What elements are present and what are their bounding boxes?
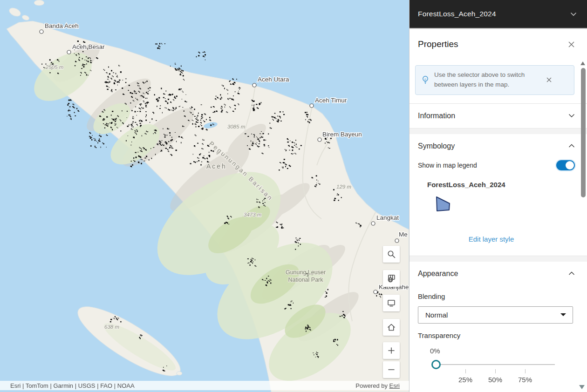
slider-tick-label: 75% bbox=[518, 376, 532, 384]
slider-tick bbox=[465, 369, 466, 373]
attribution-bar: Esri | TomTom | Garmin | USGS | FAO | NO… bbox=[0, 381, 409, 390]
map-label-park-line2: National Park bbox=[288, 277, 323, 283]
scrollbar-thumb[interactable] bbox=[581, 68, 586, 197]
section-divider bbox=[410, 128, 587, 134]
svg-text:3473 m: 3473 m bbox=[244, 212, 262, 217]
slider-tick-label: 25% bbox=[458, 376, 472, 384]
section-appearance[interactable]: Appearance bbox=[410, 262, 587, 286]
close-icon bbox=[546, 77, 552, 83]
home-icon bbox=[386, 322, 396, 332]
powered-by: Powered by Esri bbox=[355, 382, 400, 389]
slider-tick-label: 50% bbox=[488, 376, 502, 384]
slider-handle[interactable] bbox=[431, 360, 441, 369]
chevron-down-icon bbox=[568, 114, 575, 118]
blending-select[interactable]: Normal bbox=[418, 306, 573, 324]
map-label-park-line1: Gunung Leuser bbox=[286, 269, 326, 276]
section-symbology[interactable]: Symbology bbox=[410, 134, 587, 158]
transparency-slider: 0% 25% 50% 75% bbox=[410, 341, 587, 392]
attribution-sources: Esri | TomTom | Garmin | USGS | FAO | NO… bbox=[10, 382, 135, 389]
hint-callout: Use the selector above to switch between… bbox=[415, 65, 574, 95]
svg-text:Banda Aceh: Banda Aceh bbox=[45, 22, 79, 29]
properties-panel: ForestLoss_Aceh_2024 Properties Use the … bbox=[409, 0, 587, 392]
transparency-value: 0% bbox=[430, 347, 440, 355]
transparency-label: Transparency bbox=[418, 331, 587, 339]
window-button[interactable] bbox=[383, 295, 400, 311]
zoom-out-button[interactable] bbox=[383, 361, 400, 378]
section-information[interactable]: Information bbox=[410, 103, 587, 128]
show-legend-row: Show in map legend bbox=[410, 158, 587, 170]
map-area: Pegunungan Barisan Aceh Gunung Leuser Na… bbox=[0, 0, 409, 392]
close-panel-button[interactable] bbox=[567, 40, 576, 49]
close-icon bbox=[568, 41, 575, 48]
blending-label: Blending bbox=[418, 292, 587, 300]
slider-track[interactable] bbox=[436, 364, 555, 365]
svg-text:638 m: 638 m bbox=[104, 324, 119, 330]
window-icon bbox=[386, 298, 396, 308]
section-divider bbox=[410, 256, 587, 262]
page-title: Properties bbox=[418, 39, 458, 49]
svg-text:Aceh Besar: Aceh Besar bbox=[72, 43, 105, 50]
zoom-in-button[interactable] bbox=[383, 342, 400, 359]
section-information-label: Information bbox=[418, 112, 455, 120]
svg-text:Aceh Utara: Aceh Utara bbox=[258, 76, 289, 83]
layer-selector-header[interactable]: ForestLoss_Aceh_2024 bbox=[410, 0, 587, 29]
slider-tick bbox=[525, 369, 526, 373]
svg-text:Aceh Timur: Aceh Timur bbox=[315, 97, 347, 104]
polygon-symbol-icon bbox=[435, 195, 452, 212]
edit-link-wrap: Edit layer style bbox=[410, 235, 573, 243]
search-icon bbox=[386, 249, 396, 259]
basemap-icon bbox=[386, 273, 396, 284]
svg-text:Me: Me bbox=[399, 231, 408, 238]
properties-titlebar: Properties bbox=[410, 29, 587, 60]
plus-icon bbox=[386, 345, 396, 356]
map-label-region-aceh: Aceh bbox=[206, 162, 227, 170]
scrollbar-down-arrow[interactable] bbox=[579, 385, 585, 389]
legend-layer-title: ForestLoss_Aceh_2024 bbox=[427, 181, 587, 189]
lightbulb-icon bbox=[421, 75, 430, 85]
chevron-up-icon bbox=[568, 271, 575, 276]
svg-text:129 m: 129 m bbox=[336, 184, 351, 189]
edit-layer-style-link[interactable]: Edit layer style bbox=[469, 235, 514, 243]
show-legend-label: Show in map legend bbox=[418, 162, 477, 169]
search-button[interactable] bbox=[383, 246, 400, 263]
svg-text:Langkat: Langkat bbox=[376, 214, 399, 221]
minus-icon bbox=[386, 365, 396, 375]
home-button[interactable] bbox=[383, 319, 400, 336]
map-canvas[interactable]: Pegunungan Barisan Aceh Gunung Leuser Na… bbox=[0, 0, 409, 392]
esri-link[interactable]: Esri bbox=[389, 382, 400, 389]
svg-text:Birem Bayeun: Birem Bayeun bbox=[322, 131, 362, 138]
slider-tick bbox=[495, 369, 496, 373]
blending-value: Normal bbox=[425, 311, 448, 319]
caret-down-icon bbox=[560, 313, 566, 316]
section-appearance-label: Appearance bbox=[418, 270, 458, 278]
basemap-button[interactable] bbox=[383, 270, 400, 287]
legend-swatch bbox=[435, 195, 587, 214]
scrollbar-up-arrow[interactable] bbox=[580, 61, 585, 65]
dismiss-hint-button[interactable] bbox=[545, 76, 553, 84]
section-symbology-label: Symbology bbox=[418, 142, 455, 150]
svg-text:2505 m: 2505 m bbox=[45, 64, 64, 70]
layer-selector-title: ForestLoss_Aceh_2024 bbox=[418, 10, 496, 18]
hint-message: Use the selector above to switch between… bbox=[430, 70, 545, 90]
svg-text:3085 m: 3085 m bbox=[227, 124, 246, 129]
chevron-down-icon bbox=[570, 12, 577, 16]
chevron-up-icon bbox=[568, 144, 575, 148]
show-legend-toggle[interactable] bbox=[556, 160, 575, 170]
toggle-knob bbox=[566, 161, 574, 169]
